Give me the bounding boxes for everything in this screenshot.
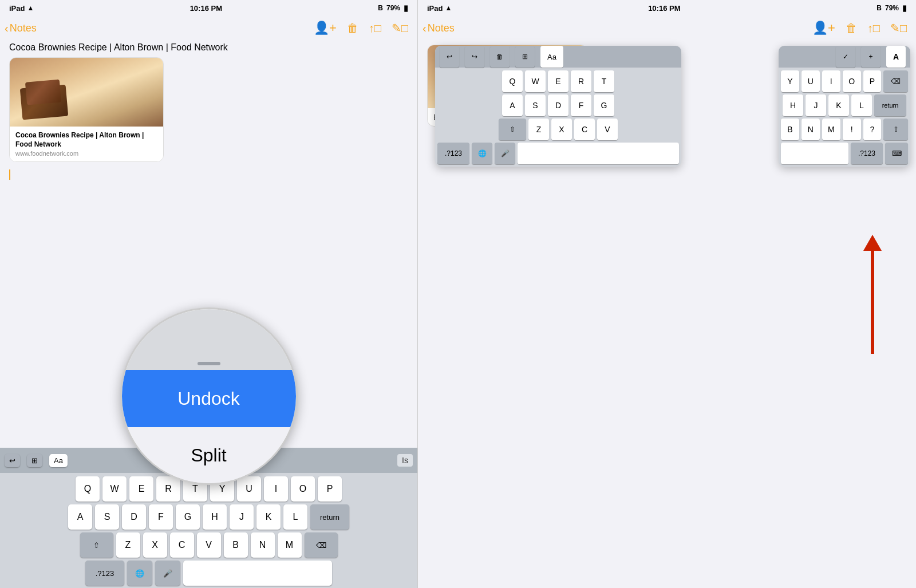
mini-key-N[interactable]: N <box>802 119 820 140</box>
mini-text-format[interactable]: A <box>886 46 906 68</box>
compose-icon-right[interactable]: ✎□ <box>890 21 907 35</box>
key-space[interactable] <box>183 561 332 586</box>
nav-bar-left: ‹ Notes 👤+ 🗑 ↑□ ✎□ <box>0 16 417 40</box>
key-I[interactable]: I <box>264 476 288 502</box>
key-globe[interactable]: 🌐 <box>127 561 152 586</box>
mini-key-I[interactable]: I <box>822 70 840 92</box>
key-D[interactable]: D <box>122 504 146 530</box>
mini-numbers-right[interactable]: .?123 <box>851 143 883 164</box>
format-btn[interactable]: Aa <box>49 454 68 467</box>
mini-key-S[interactable]: S <box>525 94 546 116</box>
key-numbers[interactable]: .?123 <box>85 561 124 586</box>
key-L[interactable]: L <box>283 504 307 530</box>
mini-globe[interactable]: 🌐 <box>472 143 492 164</box>
key-S[interactable]: S <box>95 504 119 530</box>
mini-space[interactable] <box>518 143 679 164</box>
share-icon-right[interactable]: ↑□ <box>867 22 880 35</box>
table-btn[interactable]: ⊞ <box>27 454 42 467</box>
key-M[interactable]: M <box>278 532 302 558</box>
mini-key-D[interactable]: D <box>548 94 568 116</box>
undo-btn[interactable]: ↩ <box>5 454 20 467</box>
mini-key-U[interactable]: U <box>802 70 820 92</box>
mini-space-right[interactable] <box>781 143 848 164</box>
key-A[interactable]: A <box>68 504 92 530</box>
mini-key-Z[interactable]: Z <box>528 119 549 140</box>
key-E[interactable]: E <box>129 476 153 502</box>
mini-key-excl[interactable]: ! <box>843 119 861 140</box>
mini-key-R[interactable]: R <box>571 70 591 92</box>
mini-key-C[interactable]: C <box>574 119 595 140</box>
key-return[interactable]: return <box>310 504 349 530</box>
mini-trash[interactable]: 🗑 <box>490 46 510 68</box>
mini-keyboard-dismiss[interactable]: ⌨ <box>885 143 908 164</box>
trash-icon-right[interactable]: 🗑 <box>846 22 857 35</box>
key-B[interactable]: B <box>224 532 248 558</box>
mini-table[interactable]: ⊞ <box>515 46 535 68</box>
key-X[interactable]: X <box>143 532 167 558</box>
mini-key-F[interactable]: F <box>571 94 591 116</box>
key-K[interactable]: K <box>256 504 281 530</box>
key-P[interactable]: P <box>318 476 342 502</box>
key-F[interactable]: F <box>149 504 173 530</box>
key-J[interactable]: J <box>230 504 254 530</box>
mini-key-Q[interactable]: Q <box>502 70 523 92</box>
back-button-right[interactable]: ‹ Notes <box>423 22 455 35</box>
key-G[interactable]: G <box>176 504 200 530</box>
mini-key-M[interactable]: M <box>822 119 840 140</box>
key-H[interactable]: H <box>203 504 227 530</box>
mini-delete[interactable]: ⌫ <box>883 70 908 92</box>
key-N[interactable]: N <box>251 532 275 558</box>
key-W[interactable]: W <box>102 476 127 502</box>
mini-key-J[interactable]: J <box>806 94 826 116</box>
key-V[interactable]: V <box>197 532 221 558</box>
mini-key-W[interactable]: W <box>525 70 546 92</box>
mini-key-B[interactable]: B <box>781 119 799 140</box>
key-row-2: A S D F G H J K L return <box>2 504 415 530</box>
mini-shift-right[interactable]: ⇧ <box>883 119 908 140</box>
mini-key-O[interactable]: O <box>843 70 861 92</box>
key-C[interactable]: C <box>170 532 194 558</box>
mini-key-L[interactable]: L <box>851 94 872 116</box>
key-R[interactable]: R <box>156 476 180 502</box>
add-person-icon[interactable]: 👤+ <box>314 21 337 35</box>
mini-key-V[interactable]: V <box>597 119 618 140</box>
compose-icon-left[interactable]: ✎□ <box>392 21 408 35</box>
share-icon-left[interactable]: ↑□ <box>369 22 381 35</box>
status-right-right: B 79% ▮ <box>876 3 907 13</box>
mini-row-2: A S D F G <box>437 94 679 116</box>
mini-check[interactable]: ✓ <box>836 46 855 68</box>
mini-key-P[interactable]: P <box>863 70 882 92</box>
key-shift[interactable]: ⇧ <box>80 532 113 558</box>
mini-shift[interactable]: ⇧ <box>499 119 526 140</box>
mini-toolbar-left: ↩ ↪ 🗑 ⊞ Aa <box>435 46 681 68</box>
key-O[interactable]: O <box>291 476 315 502</box>
mini-key-Y[interactable]: Y <box>781 70 799 92</box>
mini-add[interactable]: + <box>861 46 881 68</box>
mini-mic[interactable]: 🎤 <box>495 143 515 164</box>
mini-undo[interactable]: ↩ <box>440 46 459 68</box>
mini-numbers[interactable]: .?123 <box>437 143 469 164</box>
mini-key-H[interactable]: H <box>783 94 803 116</box>
key-row-3: ⇧ Z X C V B N M ⌫ <box>2 532 415 558</box>
add-person-icon-right[interactable]: 👤+ <box>812 21 835 35</box>
mini-key-E[interactable]: E <box>548 70 568 92</box>
mini-key-A[interactable]: A <box>502 94 523 116</box>
key-U[interactable]: U <box>237 476 261 502</box>
mini-key-G[interactable]: G <box>594 94 614 116</box>
key-delete[interactable]: ⌫ <box>305 532 338 558</box>
mini-key-X[interactable]: X <box>551 119 572 140</box>
mini-format[interactable]: Aa <box>540 46 563 68</box>
key-Q[interactable]: Q <box>76 476 100 502</box>
trash-icon-left[interactable]: 🗑 <box>347 22 358 35</box>
link-card-left[interactable]: Cocoa Brownies Recipe | Alton Brown | Fo… <box>9 57 164 162</box>
undock-option[interactable]: Undock <box>122 370 296 427</box>
brownie-shape-icon <box>20 85 68 120</box>
mini-key-quest[interactable]: ? <box>863 119 882 140</box>
mini-redo[interactable]: ↪ <box>465 46 484 68</box>
mini-return[interactable]: return <box>874 94 906 116</box>
mini-key-K[interactable]: K <box>828 94 849 116</box>
key-mic[interactable]: 🎤 <box>155 561 180 586</box>
back-button-left[interactable]: ‹ Notes <box>5 22 37 35</box>
key-Z[interactable]: Z <box>116 532 140 558</box>
mini-key-T[interactable]: T <box>594 70 614 92</box>
